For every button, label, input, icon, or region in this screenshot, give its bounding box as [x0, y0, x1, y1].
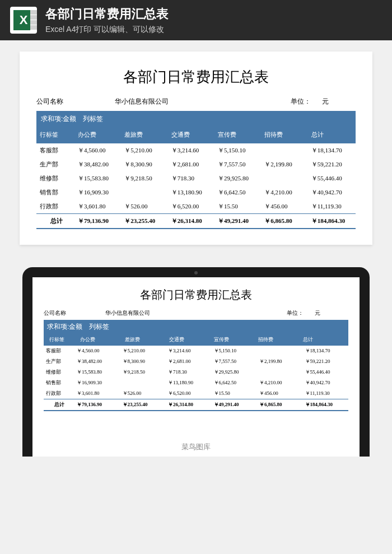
header-title: 各部门日常费用汇总表: [45, 6, 169, 22]
col-header: 总计: [309, 131, 356, 139]
table-cell: ￥18,134.70: [309, 146, 356, 155]
table-row: 客服部￥4,560.00￥5,210.00￥3,214.60￥5,150.10￥…: [36, 143, 356, 157]
laptop-camera-icon: [194, 271, 198, 274]
table-cell: ￥13,180.90: [169, 188, 216, 197]
table-cell: ￥9,218.50: [122, 174, 169, 183]
table-cell: ￥55,446.40: [309, 174, 356, 183]
table-row: 行政部￥3,601.80￥526.00￥6,520.00￥15.50￥456.0…: [44, 388, 348, 399]
table-cell: ￥526.00: [120, 390, 166, 397]
pivot-measure: 求和项:金额: [47, 322, 82, 332]
table-cell: ￥6,642.50: [216, 188, 262, 197]
row-label: 维修部: [44, 369, 74, 376]
document-meta-row: 公司名称 华小信息有限公司 单位： 元: [36, 97, 356, 106]
table-body: 客服部￥4,560.00￥5,210.00￥3,214.60￥5,150.10￥…: [44, 346, 348, 399]
table-cell: ￥29,925.80: [216, 174, 262, 183]
col-header: 差旅费: [122, 131, 169, 139]
table-cell: ￥7,557.50: [212, 358, 258, 365]
table-cell: ￥15.50: [212, 390, 258, 397]
col-header: 办公费: [78, 336, 123, 343]
total-cell: ￥23,255.40: [122, 217, 169, 225]
table-cell: ￥456.00: [262, 202, 309, 211]
row-label: 行政部: [44, 390, 74, 397]
total-cell: ￥79,136.90: [76, 217, 122, 225]
table-cell: ￥4,210.00: [257, 379, 303, 387]
document-title: 各部门日常费用汇总表: [36, 67, 356, 87]
row-label-header: 行标签: [36, 131, 76, 139]
unit-label: 单位：: [270, 309, 315, 317]
pivot-header-row: 求和项:金额 列标签: [36, 111, 356, 127]
total-cell: ￥49,291.40: [216, 217, 262, 225]
table-cell: ￥2,681.00: [166, 358, 212, 365]
excel-icon: X: [10, 7, 37, 34]
header-subtitle: Excel A4打印 可以编辑、可以修改: [45, 25, 169, 35]
col-header: 总计: [301, 336, 346, 343]
table-cell: ￥7,557.50: [216, 160, 262, 169]
table-cell: ￥3,601.80: [76, 202, 122, 211]
table-cell: ￥16,909.30: [74, 379, 120, 387]
table-cell: ￥9,218.50: [120, 369, 166, 376]
table-cell: ￥526.00: [122, 202, 169, 211]
table-cell: ￥15.50: [216, 202, 262, 211]
table-cell: ￥11,119.30: [303, 390, 349, 397]
total-label: 总计: [36, 217, 76, 225]
company-name: 华小信息有限公司: [115, 97, 277, 106]
unit-label: 单位：: [277, 97, 322, 106]
page-header: X 各部门日常费用汇总表 Excel A4打印 可以编辑、可以修改: [0, 0, 392, 40]
watermark-text: 菜鸟图库: [181, 442, 211, 452]
table-cell: ￥29,925.80: [212, 369, 258, 376]
pivot-col-label: 列标签: [83, 114, 103, 124]
table-cell: ￥11,119.30: [309, 202, 356, 211]
col-header: 招待费: [256, 336, 301, 343]
total-cell: ￥184,864.30: [303, 401, 349, 408]
table-cell: ￥4,560.00: [76, 146, 122, 155]
table-cell: ￥718.30: [166, 369, 212, 376]
table-row: 维修部￥15,583.80￥9,218.50￥718.30￥29,925.80￥…: [36, 171, 356, 185]
total-cell: ￥26,314.80: [166, 401, 212, 408]
table-cell: ￥3,601.80: [74, 390, 120, 397]
total-label: 总计: [44, 401, 74, 408]
table-header: 求和项:金额 列标签 行标签 办公费 差旅费 交通费 宣传费 招待费 总计: [36, 111, 356, 143]
col-header: 办公费: [76, 131, 122, 139]
table-cell: ￥2,199.80: [262, 160, 309, 169]
table-cell: ￥59,221.20: [303, 358, 349, 365]
table-cell: ￥3,214.60: [166, 347, 212, 355]
document-preview-card: 各部门日常费用汇总表 公司名称 华小信息有限公司 单位： 元 求和项:金额 列标…: [20, 52, 372, 245]
table-cell: ￥4,560.00: [74, 347, 120, 355]
row-label: 销售部: [44, 379, 74, 387]
total-cell: ￥26,314.80: [169, 217, 216, 225]
table-cell: ￥456.00: [257, 390, 303, 397]
row-label: 客服部: [44, 347, 74, 355]
table-cell: ￥15,583.80: [76, 174, 122, 183]
total-cell: ￥184,864.30: [309, 217, 356, 225]
company-label: 公司名称: [44, 309, 105, 317]
pivot-header-row: 求和项:金额 列标签: [44, 320, 348, 334]
table-cell: ￥2,681.00: [169, 160, 216, 169]
table-row: 销售部￥16,909.30￥13,180.90￥6,642.50￥4,210.0…: [44, 378, 348, 388]
table-cell: ￥718.30: [169, 174, 216, 183]
laptop-screen: 各部门日常费用汇总表 公司名称 华小信息有限公司 单位： 元 求和项:金额 列标…: [32, 277, 360, 457]
col-header: 交通费: [169, 131, 216, 139]
total-cell: ￥23,255.40: [120, 401, 166, 408]
table-row: 维修部￥15,583.80￥9,218.50￥718.30￥29,925.80￥…: [44, 367, 348, 378]
column-headers-row: 行标签 办公费 差旅费 交通费 宣传费 招待费 总计: [44, 334, 348, 346]
table-cell: ￥16,909.30: [76, 188, 122, 197]
table-cell: ￥15,583.80: [74, 369, 120, 376]
table-cell: ￥38,482.00: [76, 160, 122, 169]
total-cell: ￥6,865.80: [257, 401, 303, 408]
document-meta-row: 公司名称 华小信息有限公司 单位： 元: [44, 309, 348, 317]
col-header: 宣传费: [216, 131, 262, 139]
table-cell: ￥3,214.60: [169, 146, 216, 155]
table-cell: ￥59,221.20: [309, 160, 356, 169]
laptop-frame: 各部门日常费用汇总表 公司名称 华小信息有限公司 单位： 元 求和项:金额 列标…: [22, 267, 370, 457]
table-row: 生产部￥38,482.00￥8,300.90￥2,681.00￥7,557.50…: [44, 356, 348, 367]
table-cell: ￥40,942.70: [303, 379, 349, 387]
header-text-block: 各部门日常费用汇总表 Excel A4打印 可以编辑、可以修改: [45, 6, 169, 35]
pivot-measure: 求和项:金额: [41, 114, 76, 124]
table-row: 行政部￥3,601.80￥526.00￥6,520.00￥15.50￥456.0…: [36, 199, 356, 213]
table-cell: ￥6,642.50: [212, 379, 258, 387]
total-cell: ￥49,291.40: [212, 401, 258, 408]
row-label: 生产部: [36, 160, 76, 169]
table-cell: ￥38,482.00: [74, 358, 120, 365]
table-header: 求和项:金额 列标签 行标签 办公费 差旅费 交通费 宣传费 招待费 总计: [44, 320, 348, 346]
row-label: 维修部: [36, 174, 76, 183]
